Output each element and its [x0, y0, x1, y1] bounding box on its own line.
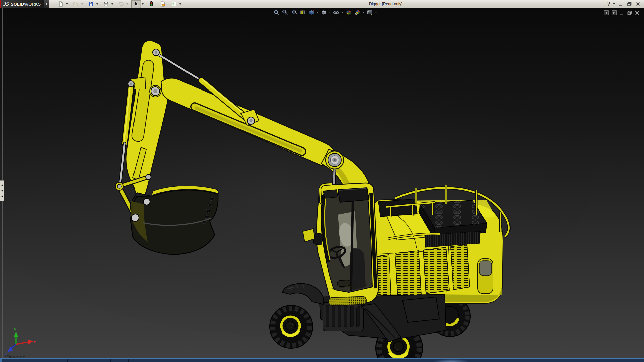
- save-dropdown[interactable]: [96, 0, 99, 8]
- doc-minimize-icon: [620, 11, 624, 15]
- door-handle: [337, 280, 350, 287]
- select-cursor-icon: [133, 1, 139, 7]
- collapse-arrow-icon: [1, 190, 3, 192]
- zoom-to-fit-button[interactable]: [272, 9, 280, 16]
- undo-arrow-icon: [118, 1, 124, 7]
- collapse-arrow-icon: [1, 184, 3, 186]
- new-document-button[interactable]: [56, 0, 65, 8]
- previous-view-icon: [291, 9, 297, 16]
- new-document-dropdown[interactable]: [65, 0, 69, 8]
- open-dropdown[interactable]: [80, 0, 84, 8]
- taskbar-divider: [636, 359, 636, 362]
- taskbar-glow: [433, 359, 470, 362]
- print-dropdown[interactable]: [111, 0, 114, 8]
- print-button[interactable]: [101, 0, 111, 8]
- display-style-dropdown[interactable]: [328, 9, 331, 16]
- bucket-pivot-pin: [143, 198, 150, 205]
- file-properties-button[interactable]: [158, 0, 167, 8]
- menu-flyout-button[interactable]: [44, 0, 49, 8]
- next-document-button[interactable]: [612, 10, 617, 15]
- minimize-icon: [619, 2, 623, 6]
- print-icon: [103, 1, 109, 7]
- open-button[interactable]: [71, 0, 80, 8]
- view-settings-dropdown[interactable]: [374, 9, 377, 16]
- window-title: Digger [Read-only]: [369, 2, 402, 6]
- minimize-button[interactable]: [617, 1, 624, 7]
- flyout-arrow-icon: [46, 3, 47, 5]
- view-orientation-button[interactable]: [307, 9, 315, 16]
- help-button[interactable]: ?: [605, 1, 612, 7]
- x-axis-arrow: [28, 339, 33, 344]
- pane-left-icon: [604, 10, 609, 15]
- y-axis-arrow: [14, 331, 18, 337]
- orientation-triad: x y z: [4, 326, 36, 356]
- x-axis-label: x: [33, 339, 36, 344]
- taskbar-sliver[interactable]: [0, 358, 644, 362]
- pane-right-icon: [612, 10, 617, 15]
- doc-close-icon: [635, 11, 639, 15]
- doc-restore-button[interactable]: [627, 11, 632, 15]
- elbow-joint-pin: [326, 151, 344, 169]
- y-axis-label: y: [14, 326, 17, 331]
- document-window-controls: [604, 10, 639, 15]
- view-orientation-icon: [308, 9, 315, 16]
- front-left-wheel: [270, 305, 313, 348]
- display-style-button[interactable]: [320, 9, 328, 16]
- xpert-button[interactable]: [147, 0, 156, 8]
- graphics-area[interactable]: x y z: [0, 8, 644, 362]
- title-bar: 3S SOLIDWORKS: [0, 0, 644, 8]
- select-dropdown[interactable]: [141, 0, 145, 8]
- apply-scene-button[interactable]: [353, 9, 361, 16]
- save-floppy-icon: [88, 1, 94, 7]
- undo-button[interactable]: [116, 0, 126, 8]
- open-folder-icon: [73, 1, 79, 7]
- solidworks-window: 3S SOLIDWORKS: [0, 0, 644, 362]
- taskbar-divider: [67, 359, 68, 362]
- close-button[interactable]: [635, 1, 641, 7]
- restore-icon: [627, 2, 632, 6]
- section-view-button[interactable]: [299, 9, 307, 16]
- hide-show-glasses-icon: [333, 9, 339, 16]
- main-toolbar: [56, 0, 184, 8]
- hide-show-items-dropdown[interactable]: [341, 9, 344, 16]
- apply-scene-icon: [354, 9, 361, 16]
- solidworks-logo-mark-icon: 3S: [3, 1, 10, 7]
- hide-show-items-button[interactable]: [332, 9, 340, 16]
- options-dropdown[interactable]: [179, 0, 182, 8]
- new-document-icon: [58, 1, 64, 7]
- display-style-icon: [321, 9, 327, 16]
- options-checklist-icon: [171, 1, 177, 7]
- taskbar-divider: [128, 359, 129, 362]
- doc-minimize-button[interactable]: [620, 11, 624, 15]
- save-button[interactable]: [86, 0, 96, 8]
- zoom-to-fit-icon: [273, 9, 280, 16]
- doc-close-button[interactable]: [635, 11, 639, 15]
- restore-button[interactable]: [626, 1, 633, 7]
- zoom-to-area-button[interactable]: [281, 9, 289, 16]
- edit-appearance-button[interactable]: [344, 9, 353, 16]
- apply-scene-dropdown[interactable]: [362, 9, 365, 16]
- undo-dropdown[interactable]: [126, 0, 129, 8]
- bucket: [130, 186, 219, 254]
- traffic-light-icon: [148, 1, 154, 7]
- prev-document-button[interactable]: [604, 10, 609, 15]
- taskbar-divider: [110, 359, 111, 362]
- close-icon: [636, 2, 640, 6]
- view-settings-icon: [367, 9, 373, 16]
- appearance-ball-icon: [345, 9, 352, 16]
- select-button[interactable]: [131, 0, 141, 8]
- file-properties-icon: [160, 1, 166, 7]
- window-controls: ?: [605, 0, 641, 8]
- zoom-to-area-icon: [282, 9, 288, 16]
- collapse-arrow-icon: [1, 195, 3, 197]
- help-dropdown[interactable]: [613, 3, 615, 5]
- feature-pane-handle[interactable]: [0, 180, 4, 201]
- view-settings-button[interactable]: [366, 9, 374, 16]
- previous-view-button[interactable]: [290, 9, 298, 16]
- logo-text-solid: SOLID: [11, 2, 24, 7]
- options-button[interactable]: [169, 0, 179, 8]
- model-scene: x y z: [0, 8, 644, 362]
- view-orientation-dropdown[interactable]: [316, 9, 319, 16]
- heads-up-toolbar: [272, 9, 377, 16]
- solidworks-logo: 3S SOLIDWORKS: [0, 0, 44, 8]
